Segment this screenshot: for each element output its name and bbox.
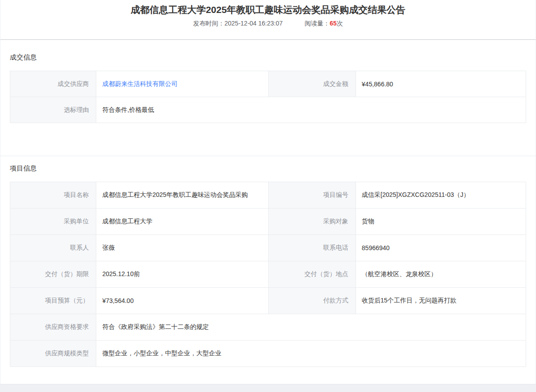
deal-info-heading: 成交信息 — [10, 53, 526, 62]
project-number-value: 成信采[2025]XGZXCG202511-03（J） — [356, 182, 526, 209]
purchase-object-value: 货物 — [356, 209, 526, 235]
page-title: 成都信息工程大学2025年教职工趣味运动会奖品采购成交结果公告 — [0, 3, 536, 17]
page-header: 成都信息工程大学2025年教职工趣味运动会奖品采购成交结果公告 发布时间：202… — [0, 0, 536, 40]
contact-label: 联系人 — [10, 235, 96, 261]
table-row: 采购单位 成都信息工程大学 采购对象 货物 — [10, 209, 526, 235]
views-unit: 次 — [337, 20, 343, 27]
announcement-page: 成都信息工程大学2025年教职工趣味运动会奖品采购成交结果公告 发布时间：202… — [0, 0, 536, 392]
reason-label: 选标理由 — [10, 97, 96, 123]
purchaser-value: 成都信息工程大学 — [96, 209, 269, 235]
scale-type-value: 微型企业，小型企业，中型企业，大型企业 — [96, 341, 526, 367]
payment-label: 付款方式 — [269, 288, 356, 314]
purchase-object-label: 采购对象 — [269, 209, 356, 235]
table-row: 联系人 张薇 联系电话 85966940 — [10, 235, 526, 261]
project-name-label: 项目名称 — [10, 182, 96, 209]
delivery-place-value: （航空港校区、龙泉校区） — [356, 261, 526, 288]
footer-bar — [0, 384, 536, 392]
phone-label: 联系电话 — [269, 235, 356, 261]
project-number-label: 项目编号 — [269, 182, 356, 209]
table-row: 交付（货）期限 2025.12.10前 交付（货）地点 （航空港校区、龙泉校区） — [10, 261, 526, 288]
delivery-deadline-value: 2025.12.10前 — [96, 261, 269, 288]
delivery-deadline-label: 交付（货）期限 — [10, 261, 96, 288]
project-name-value: 成都信息工程大学2025年教职工趣味运动会奖品采购 — [96, 182, 269, 209]
views-count: 65 — [330, 20, 337, 27]
table-row: 成交供应商 成都蔚来生活科技有限公司 成交金额 ¥45,866.80 — [10, 71, 526, 97]
amount-value: ¥45,866.80 — [356, 71, 526, 97]
supplier-cell: 成都蔚来生活科技有限公司 — [96, 71, 269, 97]
table-row: 项目名称 成都信息工程大学2025年教职工趣味运动会奖品采购 项目编号 成信采[… — [10, 182, 526, 209]
meta-line: 发布时间：2025-12-04 16:23:07 阅读量：65次 — [0, 20, 536, 28]
phone-value: 85966940 — [356, 235, 526, 261]
reason-value: 符合条件,价格最低 — [96, 97, 526, 123]
table-row: 选标理由 符合条件,价格最低 — [10, 97, 526, 123]
qualification-value: 符合《政府采购法》第二十二条的规定 — [96, 314, 526, 341]
table-row: 供应商资格要求 符合《政府采购法》第二十二条的规定 — [10, 314, 526, 341]
qualification-label: 供应商资格要求 — [10, 314, 96, 341]
budget-label: 项目预算（元） — [10, 288, 96, 314]
amount-label: 成交金额 — [269, 71, 356, 97]
publish-time-value: 2025-12-04 16:23:07 — [224, 20, 283, 27]
deal-info-table: 成交供应商 成都蔚来生活科技有限公司 成交金额 ¥45,866.80 选标理由 … — [10, 71, 526, 123]
project-info-table: 项目名称 成都信息工程大学2025年教职工趣味运动会奖品采购 项目编号 成信采[… — [10, 182, 526, 367]
delivery-place-label: 交付（货）地点 — [269, 261, 356, 288]
publish-time-label: 发布时间： — [193, 20, 224, 27]
project-info-heading: 项目信息 — [10, 164, 526, 173]
supplier-link[interactable]: 成都蔚来生活科技有限公司 — [102, 80, 177, 87]
supplier-label: 成交供应商 — [10, 71, 96, 97]
payment-value: 收货后15个工作日，无问题再打款 — [356, 288, 526, 314]
deal-info-section: 成交信息 成交供应商 成都蔚来生活科技有限公司 成交金额 ¥45,866.80 … — [0, 40, 536, 156]
purchaser-label: 采购单位 — [10, 209, 96, 235]
scale-type-label: 供应商规模类型 — [10, 341, 96, 367]
budget-value: ¥73,564.00 — [96, 288, 269, 314]
table-row: 项目预算（元） ¥73,564.00 付款方式 收货后15个工作日，无问题再打款 — [10, 288, 526, 314]
views-label: 阅读量： — [304, 20, 330, 27]
project-info-section: 项目信息 项目名称 成都信息工程大学2025年教职工趣味运动会奖品采购 项目编号… — [0, 156, 536, 384]
table-row: 供应商规模类型 微型企业，小型企业，中型企业，大型企业 — [10, 341, 526, 367]
contact-value: 张薇 — [96, 235, 269, 261]
